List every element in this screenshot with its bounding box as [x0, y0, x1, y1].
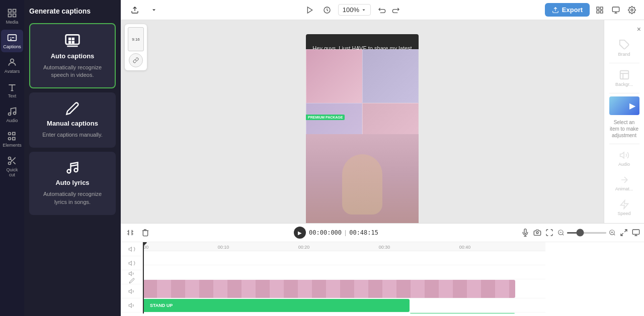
tracks-scroll-area[interactable]: 00:00 00:10 00:20 00:30 00:40 — [143, 242, 644, 313]
camera-button[interactable] — [533, 229, 541, 237]
timeline-zoom-input[interactable] — [567, 232, 607, 234]
svg-point-7 — [14, 112, 16, 115]
brand-button[interactable] — [594, 4, 606, 16]
split-button[interactable] — [125, 227, 136, 238]
svg-rect-20 — [600, 7, 603, 10]
captions-panel-title: Generate captions — [29, 5, 116, 19]
grid-cell-2 — [362, 49, 419, 103]
auto-lyrics-title: Auto lyrics — [55, 179, 89, 186]
separator-1 — [609, 63, 639, 63]
timer-button[interactable] — [321, 4, 333, 16]
track-label-audio1 — [121, 284, 142, 298]
undo-button[interactable] — [376, 4, 388, 16]
svg-rect-38 — [632, 230, 639, 234]
svg-rect-1 — [13, 10, 16, 13]
svg-rect-21 — [597, 11, 599, 13]
smart-item-text: Select an item to make adjustment — [606, 117, 642, 141]
auto-lyrics-desc: Automatically recognize lyrics in songs. — [36, 190, 109, 206]
ruler-mark-20: 00:20 — [298, 245, 310, 250]
settings-button[interactable] — [626, 4, 638, 16]
upload-button[interactable] — [127, 4, 143, 16]
export-label: Export — [562, 6, 583, 14]
timeline-right-controls — [521, 229, 640, 237]
svg-point-6 — [9, 113, 11, 116]
sidebar-item-media[interactable]: Media — [1, 5, 23, 28]
background-icon — [619, 69, 630, 80]
right-panel-close-button[interactable]: × — [636, 24, 642, 34]
sidebar-label-avatars: Avatars — [5, 69, 20, 74]
zoom-selector[interactable]: 100% — [338, 4, 371, 16]
dropdown-button[interactable] — [147, 5, 161, 15]
play-button[interactable]: ▶ — [294, 227, 306, 239]
manual-captions-title: Manual captions — [47, 120, 98, 127]
mic-button[interactable] — [521, 229, 529, 237]
auto-captions-desc: Automatically recognize speech in videos… — [36, 64, 109, 79]
sidebar-item-captions[interactable]: Captions — [1, 30, 23, 52]
sidebar-label-media: Media — [6, 20, 19, 25]
sidebar-label-text: Text — [8, 93, 17, 98]
svg-rect-3 — [13, 14, 16, 17]
sidebar-label-elements: Elements — [3, 143, 22, 148]
brand-label: Brand — [618, 52, 630, 57]
audio-clip-1-label: STAND UP — [147, 303, 173, 308]
svg-point-28 — [536, 232, 538, 234]
tracks-body: STAND UP STAND UP — [143, 251, 545, 313]
sidebar-item-quickcut[interactable]: Quick cut — [1, 153, 23, 180]
sidebar-item-text[interactable]: Text — [1, 79, 23, 101]
svg-point-10 — [9, 138, 11, 140]
top-right-icons: Export — [545, 3, 638, 17]
auto-captions-option[interactable]: Auto captions Automatically recognize sp… — [29, 23, 116, 88]
auto-lyrics-option[interactable]: Auto lyrics Automatically recognize lyri… — [29, 152, 116, 215]
track-row-audio2: STAND UP — [143, 312, 545, 313]
speed-label: Speed — [617, 211, 630, 216]
sidebar-label-quickcut: Quick cut — [3, 167, 21, 177]
svg-rect-23 — [612, 7, 619, 12]
undo-redo-group — [376, 4, 402, 16]
right-panel: × Brand Backgr... ▶ Se — [604, 20, 644, 223]
delete-clip-button[interactable] — [140, 227, 151, 238]
svg-point-12 — [9, 157, 11, 160]
ruler-mark-30: 00:30 — [379, 245, 390, 250]
present-button[interactable] — [632, 229, 640, 237]
sidebar-item-avatars[interactable]: Avatars — [1, 54, 23, 77]
playhead — [143, 242, 144, 313]
canvas-right-row: 9:16 Hey guys, I just HAVE to share my l… — [121, 20, 644, 223]
audio-clip-1[interactable]: STAND UP — [143, 299, 410, 312]
zoom-slider — [557, 229, 616, 236]
animate-label: Animat... — [615, 186, 633, 191]
layout-button[interactable] — [610, 4, 622, 16]
svg-marker-17 — [307, 7, 312, 13]
separator-2 — [609, 93, 639, 93]
right-panel-audio: Audio — [607, 147, 642, 170]
zoom-in-icon — [609, 229, 616, 236]
play-mode-button[interactable] — [304, 4, 316, 16]
sidebar-item-elements[interactable]: Elements — [1, 128, 23, 151]
svg-rect-26 — [620, 71, 628, 79]
svg-point-24 — [631, 9, 633, 11]
video-clip[interactable] — [143, 280, 515, 298]
main-area: 100% — [121, 0, 644, 316]
svg-line-33 — [614, 234, 615, 236]
aspect-ratio-916[interactable]: 9:16 — [128, 27, 144, 51]
fit-button[interactable] — [545, 229, 553, 237]
track-row-vol1 — [143, 251, 545, 265]
timeline-playback-controls: ▶ 00:00:000 | 00:48:15 — [294, 227, 378, 239]
zoom-out-icon — [557, 229, 565, 236]
sidebar-item-audio[interactable]: Audio — [1, 103, 23, 126]
svg-rect-19 — [597, 7, 599, 10]
right-panel-brand: Brand — [607, 36, 642, 60]
track-label-vol1 — [121, 242, 142, 256]
aspect-ratio-panel: 9:16 — [125, 24, 147, 70]
redo-button[interactable] — [390, 4, 402, 16]
svg-rect-22 — [600, 11, 603, 13]
audio-clip-2[interactable]: STAND UP — [410, 313, 515, 313]
manual-captions-option[interactable]: Manual captions Enter captions manually. — [29, 92, 116, 148]
svg-marker-43 — [129, 303, 131, 307]
fullscreen-button[interactable] — [620, 229, 628, 237]
aspect-link-button[interactable] — [129, 53, 143, 67]
audio-section-label: Audio — [618, 162, 630, 167]
animate-icon — [619, 175, 629, 185]
aspect-ratio-label: 9:16 — [132, 37, 140, 42]
separator-3 — [609, 144, 639, 144]
export-button[interactable]: Export — [545, 3, 590, 17]
